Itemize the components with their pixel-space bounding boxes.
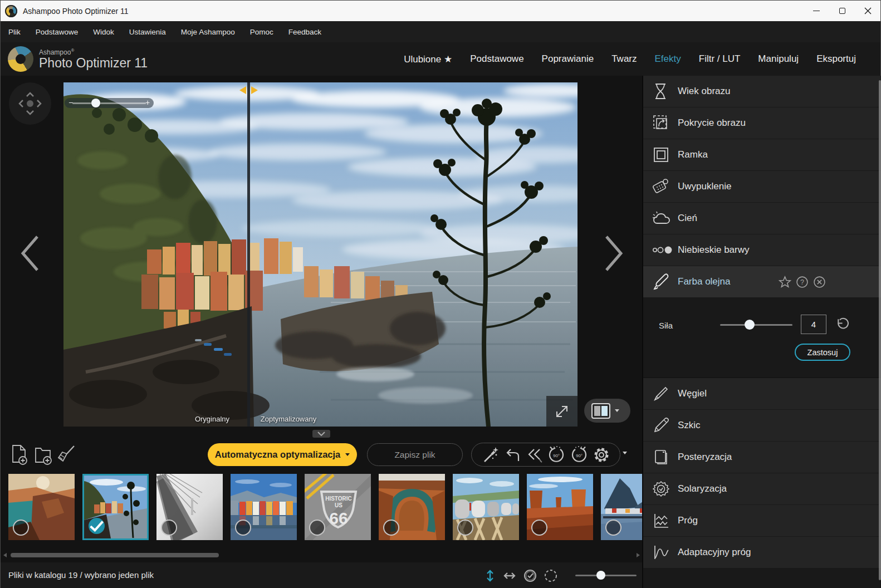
- auto-optimize-button[interactable]: Automatyczna optymalizacja: [208, 443, 357, 466]
- effect-posteryzacja[interactable]: Posteryzacja: [643, 442, 881, 473]
- add-folder-button[interactable]: [33, 444, 53, 466]
- select-checkbox[interactable]: [605, 520, 621, 536]
- thumbnail-route-66[interactable]: HISTORIC US 66: [305, 474, 371, 540]
- effect-wiek-obrazu[interactable]: Wiek obrazu: [643, 76, 881, 107]
- effect-solaryzacja[interactable]: Solaryzacja: [643, 473, 881, 505]
- undo-all-icon[interactable]: [525, 447, 542, 463]
- minimize-button[interactable]: [804, 1, 829, 21]
- close-button[interactable]: [855, 1, 880, 21]
- menu-pomoc[interactable]: Pomoc: [250, 28, 273, 36]
- settings-gear-icon[interactable]: [593, 446, 610, 464]
- compare-mode-button[interactable]: [584, 399, 630, 423]
- strength-value-input[interactable]: 4: [801, 315, 826, 334]
- zoom-out-icon[interactable]: −: [66, 98, 75, 108]
- select-checkbox[interactable]: [457, 520, 473, 536]
- add-folder-icon: [33, 444, 53, 466]
- strength-slider-thumb[interactable]: [745, 320, 755, 330]
- select-checkbox[interactable]: [235, 520, 251, 536]
- nav-eksportuj[interactable]: Eksportuj: [816, 53, 856, 65]
- nav-poprawianie[interactable]: Poprawianie: [542, 53, 594, 65]
- effect-uwypuklenie[interactable]: Uwypuklenie: [643, 171, 881, 203]
- undo-icon[interactable]: [503, 447, 521, 463]
- menu-feedback[interactable]: Feedback: [288, 28, 321, 36]
- effect-adaptacyjny-prog[interactable]: Adaptacyjny próg: [643, 537, 881, 569]
- selected-checkbox[interactable]: [89, 518, 105, 534]
- effect-label: Solaryzacja: [678, 483, 727, 494]
- effect-cien[interactable]: Cień: [643, 203, 881, 234]
- menu-moje-ashampoo[interactable]: Moje Ashampoo: [181, 28, 235, 36]
- effect-farba-olejna-active[interactable]: Farba olejna ?: [643, 266, 881, 298]
- scroll-left-icon[interactable]: [3, 553, 7, 557]
- zoom-slider[interactable]: − +: [65, 98, 154, 108]
- effect-niebieskie-barwy[interactable]: Niebieskie barwy: [643, 234, 881, 266]
- threshold-icon: [652, 512, 678, 530]
- thumbnail-fishing-village[interactable]: [601, 474, 642, 540]
- filmstrip-scrollbar[interactable]: [1, 548, 642, 562]
- effect-prog[interactable]: Próg: [643, 505, 881, 537]
- menu-widok[interactable]: Widok: [93, 28, 114, 36]
- photo-canvas[interactable]: − + Oryginalny Zoptymalizowany: [63, 82, 577, 427]
- nav-manipuluj[interactable]: Manipuluj: [758, 53, 799, 65]
- menu-podstawowe[interactable]: Podstawowe: [36, 28, 79, 36]
- rotate-left-icon[interactable]: 90°: [547, 445, 566, 464]
- effect-label: Adaptacyjny próg: [678, 547, 751, 558]
- save-file-button[interactable]: Zapisz plik: [367, 443, 463, 466]
- compare-divider[interactable]: [247, 82, 250, 427]
- rotate-right-icon[interactable]: 90°: [570, 445, 589, 464]
- select-checkbox[interactable]: [161, 520, 177, 536]
- statusbar: Pliki w katalogu 19 / wybrano jeden plik: [1, 562, 642, 588]
- thumbnail-harbor-houses[interactable]: [231, 474, 297, 540]
- nav-filtr-lut[interactable]: Filtr / LUT: [699, 53, 741, 65]
- svg-text:?: ?: [800, 278, 804, 286]
- pan-control[interactable]: [8, 81, 52, 126]
- original-size-icon[interactable]: [523, 569, 537, 583]
- apply-button[interactable]: Zastosuj: [795, 344, 850, 361]
- menu-ustawienia[interactable]: Ustawienia: [129, 28, 166, 36]
- thumbnail-horseshoe-bend[interactable]: [379, 474, 445, 540]
- fit-width-icon[interactable]: [502, 569, 517, 583]
- sidebar-scrollbar[interactable]: [879, 80, 881, 580]
- favorite-star-icon[interactable]: [779, 276, 791, 288]
- thumbnail-bridge-fog[interactable]: [156, 474, 223, 540]
- add-file-button[interactable]: [9, 444, 30, 466]
- effect-wegiel[interactable]: Węgiel: [643, 378, 881, 410]
- effect-szkic[interactable]: Szkic: [643, 410, 881, 442]
- select-checkbox[interactable]: [383, 520, 399, 536]
- nav-ulubione[interactable]: Ulubione ★: [404, 53, 452, 65]
- select-checkbox[interactable]: [13, 520, 29, 536]
- thumbnail-monument-valley[interactable]: [527, 474, 593, 540]
- select-checkbox[interactable]: [531, 520, 547, 536]
- collapse-filmstrip-button[interactable]: [312, 430, 330, 438]
- nav-twarz[interactable]: Twarz: [611, 53, 637, 65]
- fullscreen-button[interactable]: [546, 396, 577, 427]
- slider-thumb[interactable]: [596, 571, 605, 580]
- thumbnail-mailboxes[interactable]: [453, 474, 519, 540]
- nav-podstawowe[interactable]: Podstawowe: [470, 53, 523, 65]
- reset-icon[interactable]: [834, 317, 849, 332]
- fit-height-icon[interactable]: [483, 569, 497, 583]
- zoom-slider-thumb[interactable]: [91, 99, 100, 107]
- help-icon[interactable]: ?: [796, 276, 809, 288]
- previous-image-button[interactable]: [17, 233, 43, 273]
- free-zoom-icon[interactable]: [544, 569, 558, 583]
- zoom-in-icon[interactable]: +: [143, 98, 152, 108]
- tool-group-dropdown[interactable]: [623, 452, 627, 454]
- magic-wand-icon[interactable]: [481, 446, 499, 464]
- effect-ramka[interactable]: Ramka: [643, 139, 881, 171]
- thumbnail-size-slider[interactable]: [575, 575, 637, 576]
- next-image-button[interactable]: [601, 233, 627, 273]
- select-checkbox[interactable]: [309, 520, 325, 536]
- strength-slider[interactable]: [720, 324, 792, 326]
- clear-list-button[interactable]: [55, 444, 76, 466]
- caret-down-icon[interactable]: [615, 409, 619, 412]
- shadow-cloud-icon: [652, 210, 678, 227]
- thumbnail-canyon-lake[interactable]: [8, 474, 75, 540]
- close-effect-icon[interactable]: [813, 276, 826, 288]
- thumbnail-manarola-selected[interactable]: [82, 474, 149, 540]
- maximize-button[interactable]: [829, 1, 855, 21]
- scroll-right-icon[interactable]: [637, 553, 640, 557]
- effect-pokrycie-obrazu[interactable]: Pokrycie obrazu: [643, 107, 881, 139]
- nav-efekty[interactable]: Efekty: [655, 53, 681, 65]
- menu-plik[interactable]: Plik: [8, 28, 21, 36]
- scrollbar-thumb[interactable]: [11, 553, 219, 557]
